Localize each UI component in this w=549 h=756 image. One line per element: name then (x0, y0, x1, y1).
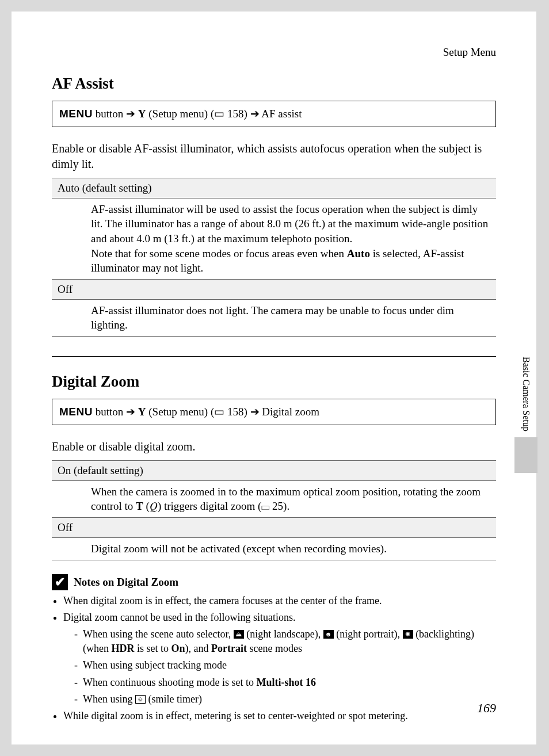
night-landscape-icon: ⛰ (234, 630, 244, 639)
arrow-icon: ➔ (126, 406, 135, 418)
path-text: button (93, 108, 126, 120)
option-name: Off (52, 518, 496, 538)
option-desc: Digital zoom will not be activated (exce… (52, 538, 496, 560)
nav-path-af-assist: MENU button ➔ Y (Setup menu) (▭ 158) ➔ A… (52, 101, 496, 127)
page-number: 169 (477, 701, 496, 716)
menu-button-label: MENU (59, 406, 93, 418)
path-dest: Digital zoom (260, 406, 319, 418)
header-setup-menu: Setup Menu (52, 46, 496, 59)
notes-title: Notes on Digital Zoom (74, 576, 178, 589)
section-divider (52, 356, 496, 357)
arrow-icon: ➔ (250, 108, 260, 120)
options-table-digital-zoom: On (default setting) When the camera is … (52, 460, 496, 560)
book-icon: ▭ (261, 500, 269, 512)
path-pageref: 158) (224, 406, 250, 418)
note-item: While digital zoom is in effect, meterin… (63, 709, 496, 723)
book-icon: ▭ (214, 406, 224, 418)
note-subitem: When using subject tracking mode (83, 658, 496, 673)
magnifier-icon: 𝑄 (150, 500, 158, 512)
section-description: Enable or disable AF-assist illuminator,… (52, 141, 496, 172)
options-table-af-assist: Auto (default setting) AF-assist illumin… (52, 178, 496, 337)
note-subitem: When using ☺ (smile timer) (83, 692, 496, 707)
option-desc: When the camera is zoomed in to the maxi… (52, 480, 496, 517)
backlighting-icon: ✺ (403, 630, 413, 639)
smile-timer-icon: ☺ (135, 695, 146, 704)
wrench-icon: Y (138, 108, 146, 120)
side-tab-marker (514, 437, 537, 473)
side-tab: Basic Camera Setup (514, 357, 537, 473)
section-title-digital-zoom: Digital Zoom (52, 373, 496, 391)
note-subitem: When using the scene auto selector, ⛰ (n… (83, 627, 496, 656)
section-title-af-assist: AF Assist (52, 75, 496, 93)
path-dest: AF assist (260, 108, 302, 120)
book-icon: ▭ (214, 108, 224, 120)
nav-path-digital-zoom: MENU button ➔ Y (Setup menu) (▭ 158) ➔ D… (52, 399, 496, 425)
notes-list: When digital zoom is in effect, the came… (52, 594, 496, 724)
path-text: (Setup menu) ( (146, 406, 215, 418)
option-name: Auto (default setting) (52, 178, 496, 198)
path-pageref: 158) (224, 108, 250, 120)
note-item: When digital zoom is in effect, the came… (63, 594, 496, 608)
arrow-icon: ➔ (126, 108, 135, 120)
notes-header: ✔ Notes on Digital Zoom (52, 574, 496, 590)
wrench-icon: Y (138, 406, 146, 418)
check-icon: ✔ (52, 574, 68, 590)
note-item: Digital zoom cannot be used in the follo… (63, 610, 496, 707)
option-desc: AF-assist illuminator does not light. Th… (52, 299, 496, 336)
option-desc: AF-assist illuminator will be used to as… (52, 198, 496, 279)
night-portrait-icon: ☻ (323, 630, 334, 639)
path-text: (Setup menu) ( (146, 108, 215, 120)
note-subitem: When continuous shooting mode is set to … (83, 675, 496, 690)
option-name: Off (52, 279, 496, 299)
path-text: button (93, 406, 126, 418)
side-tab-label: Basic Camera Setup (521, 357, 531, 432)
section-description: Enable or disable digital zoom. (52, 439, 496, 455)
notes-sublist: When using the scene auto selector, ⛰ (n… (63, 627, 496, 707)
menu-button-label: MENU (59, 108, 93, 120)
arrow-icon: ➔ (250, 406, 260, 418)
option-name: On (default setting) (52, 460, 496, 480)
